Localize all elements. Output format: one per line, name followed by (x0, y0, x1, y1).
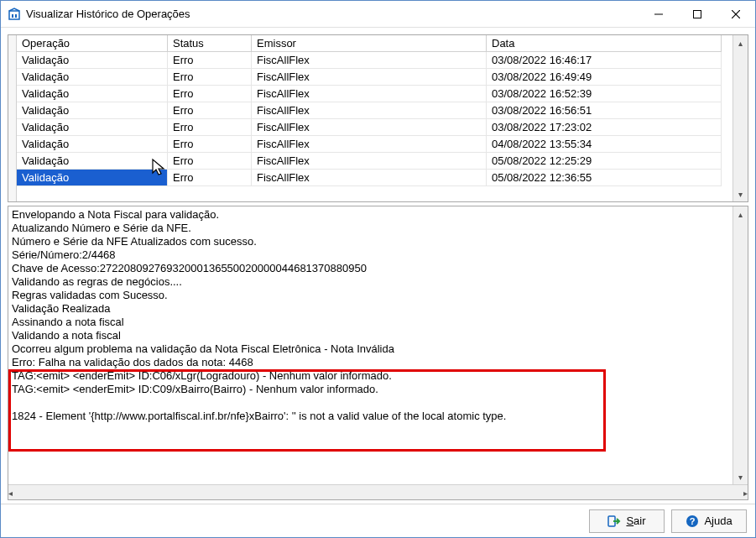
cell-op: Validação (17, 69, 168, 86)
cell-status: Erro (168, 102, 252, 119)
maximize-button[interactable] (678, 1, 717, 27)
log-line (12, 396, 744, 410)
col-header-operacao[interactable]: Operação (17, 35, 168, 52)
footer: Sair ? Ajuda (1, 504, 755, 537)
scroll-right-icon[interactable]: ▸ (743, 485, 748, 500)
log-line: Regras validadas com Sucesso. (12, 289, 744, 302)
svg-text:?: ? (690, 516, 696, 526)
table-row[interactable]: ValidaçãoErroFiscAllFlex05/08/2022 12:25… (17, 153, 733, 170)
svg-rect-4 (694, 10, 701, 18)
window-title: Visualizar Histórico de Operações (26, 8, 190, 20)
log-line: Número e Série da NFE Atualizados com su… (12, 235, 744, 248)
cell-data: 03/08/2022 16:56:51 (487, 102, 722, 119)
log-line: TAG:<emit> <enderEmit> ID:C06/xLgr(Logra… (12, 369, 744, 383)
table-row[interactable]: ValidaçãoErroFiscAllFlex04/08/2022 13:55… (17, 136, 733, 153)
cell-op: Validação▶ (17, 170, 168, 186)
log-body[interactable]: Envelopando a Nota Fiscal para validação… (8, 206, 748, 484)
cell-status: Erro (168, 153, 252, 170)
col-header-status[interactable]: Status (168, 35, 252, 52)
grid-header: Operação Status Emissor Data (17, 35, 733, 52)
window: Visualizar Histórico de Operações Operaç… (0, 0, 756, 538)
log-line: Atualizando Número e Série da NFE. (12, 222, 744, 235)
table-row[interactable]: ValidaçãoErroFiscAllFlex03/08/2022 16:49… (17, 69, 733, 86)
close-button[interactable] (717, 1, 755, 27)
svg-rect-1 (12, 14, 13, 18)
cell-emissor: FiscAllFlex (252, 119, 487, 136)
cell-status: Erro (168, 52, 252, 69)
app-icon (8, 8, 21, 21)
cell-op: Validação (17, 119, 168, 136)
log-line: Série/Número:2/4468 (12, 248, 744, 262)
cell-data: 03/08/2022 16:46:17 (487, 52, 722, 69)
scroll-left-icon[interactable]: ◂ (8, 485, 13, 500)
cell-emissor: FiscAllFlex (252, 153, 487, 170)
log-line: Validação Realizada (12, 302, 744, 316)
log-line: Chave de Acesso:272208092769320001365500… (12, 262, 744, 275)
cell-emissor: FiscAllFlex (252, 136, 487, 153)
table-row[interactable]: ValidaçãoErroFiscAllFlex03/08/2022 17:23… (17, 119, 733, 136)
cell-data: 04/08/2022 13:55:34 (487, 136, 722, 153)
table-row[interactable]: ValidaçãoErroFiscAllFlex03/08/2022 16:52… (17, 86, 733, 102)
log-line: Validando a nota fiscal (12, 329, 744, 342)
scroll-down-icon[interactable]: ▾ (733, 469, 748, 484)
exit-icon (607, 514, 621, 528)
log-panel: Envelopando a Nota Fiscal para validação… (8, 206, 748, 500)
cell-emissor: FiscAllFlex (252, 52, 487, 69)
cell-data: 03/08/2022 16:52:39 (487, 86, 722, 102)
cell-op: Validação (17, 86, 168, 102)
titlebar: Visualizar Histórico de Operações (1, 1, 755, 28)
operations-grid[interactable]: Operação Status Emissor Data ValidaçãoEr… (8, 34, 748, 202)
cell-data: 03/08/2022 17:23:02 (487, 119, 722, 136)
minimize-button[interactable] (639, 1, 678, 27)
log-line: Envelopando a Nota Fiscal para validação… (12, 208, 744, 222)
log-scrollbar-vertical[interactable]: ▴ ▾ (733, 206, 748, 484)
cell-status: Erro (168, 136, 252, 153)
col-header-data[interactable]: Data (487, 35, 722, 52)
help-icon: ? (686, 514, 699, 528)
svg-rect-2 (15, 14, 17, 18)
cell-data: 05/08/2022 12:36:55 (487, 170, 722, 186)
cell-op: Validação (17, 102, 168, 119)
cell-op: Validação (17, 153, 168, 170)
cell-emissor: FiscAllFlex (252, 170, 487, 186)
cell-emissor: FiscAllFlex (252, 69, 487, 86)
cell-status: Erro (168, 119, 252, 136)
grid-scrollbar-vertical[interactable]: ▴ ▾ (733, 35, 748, 201)
table-row[interactable]: ValidaçãoErroFiscAllFlex03/08/2022 16:46… (17, 52, 733, 69)
log-line: TAG:<emit> <enderEmit> ID:C09/xBairro(Ba… (12, 383, 744, 396)
col-header-emissor[interactable]: Emissor (252, 35, 487, 52)
grid-row-indicator-gutter (8, 35, 17, 201)
sair-label: Sair (626, 514, 645, 527)
cell-emissor: FiscAllFlex (252, 102, 487, 119)
cell-data: 03/08/2022 16:49:49 (487, 69, 722, 86)
log-scrollbar-horizontal[interactable]: ◂ ▸ (8, 484, 748, 499)
log-line: Assinando a nota fiscal (12, 316, 744, 329)
ajuda-button[interactable]: ? Ajuda (671, 509, 747, 533)
scroll-up-icon[interactable]: ▴ (733, 206, 748, 222)
log-line: Erro: Falha na validação dos dados da no… (12, 356, 744, 369)
ajuda-label: Ajuda (704, 514, 732, 527)
cell-op: Validação (17, 52, 168, 69)
table-row[interactable]: Validação▶ErroFiscAllFlex05/08/2022 12:3… (17, 170, 733, 186)
scroll-down-icon[interactable]: ▾ (733, 186, 748, 201)
cell-status: Erro (168, 86, 252, 102)
cell-status: Erro (168, 170, 252, 186)
cell-emissor: FiscAllFlex (252, 86, 487, 102)
sair-button[interactable]: Sair (589, 509, 665, 533)
cell-op: Validação (17, 136, 168, 153)
svg-rect-0 (9, 11, 19, 19)
table-row[interactable]: ValidaçãoErroFiscAllFlex03/08/2022 16:56… (17, 102, 733, 119)
log-line: Ocorreu algum problema na validação da N… (12, 342, 744, 356)
log-line: 1824 - Element '{http://www.portalfiscal… (12, 410, 744, 423)
cell-data: 05/08/2022 12:25:29 (487, 153, 722, 170)
scroll-up-icon[interactable]: ▴ (733, 35, 748, 50)
cell-status: Erro (168, 69, 252, 86)
log-line: Validando as regras de negócios.... (12, 275, 744, 289)
